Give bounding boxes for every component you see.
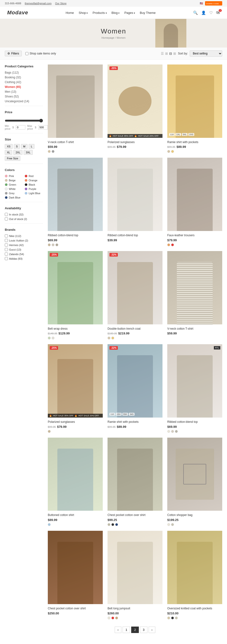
product-card-3[interactable]: 110 1XL 5XL 2XS Ramie shirt with pockets… <box>167 64 222 153</box>
product-title-6: Faux-leather trousers <box>167 234 222 238</box>
product-card-9[interactable]: V-neck cotton T-shirt $59.99 <box>167 251 222 340</box>
color-dark-blue[interactable]: Dark Blue <box>5 196 23 199</box>
topbar-store-link[interactable]: Our Store <box>55 2 67 5</box>
hot-sale-bar-10: 🔥 HOT SALE 35% OFF 🔥 HOT SALE 20% OFF <box>48 414 103 418</box>
next-page-btn[interactable]: › <box>149 626 155 633</box>
avail-out-of-stock[interactable]: Out of stock (2) <box>5 217 43 220</box>
grid4-view-icon[interactable]: ⊞ <box>173 52 176 56</box>
nav-buy-theme[interactable]: Buy Theme <box>140 11 156 14</box>
product-card-12[interactable]: RTL Ribbed cotton-blend top $69.99 <box>167 344 222 432</box>
brand-nike[interactable]: Nike (112) <box>5 234 43 238</box>
nav-pages[interactable]: Pages <box>124 11 135 14</box>
cat-clothing[interactable]: Clothing (42) <box>5 80 43 84</box>
size-s[interactable]: S <box>14 144 20 149</box>
color-white[interactable]: White <box>5 188 23 190</box>
product-card-6[interactable]: Faux-leather trousers $79.99 <box>167 158 222 246</box>
color-light-blue[interactable]: Light Blue <box>24 192 43 195</box>
product-card-16[interactable]: Chest pocket cotton over shirt $250.00 <box>48 531 103 619</box>
cat-shoes[interactable]: Shoes (52) <box>5 95 43 98</box>
categories-title: Product Categories <box>5 64 43 68</box>
product-card-2[interactable]: -35% 🔥 HOT SALE 35% OFF 🔥 HOT SALE 20% O… <box>108 64 162 153</box>
main-content: V-neck cotton T-shirt $59.99 -35% 🔥 HOT … <box>48 64 222 640</box>
sort-label: Sort by: <box>178 52 188 55</box>
page-btn-2[interactable]: 2 <box>131 626 138 633</box>
list-view-icon[interactable]: ☰ <box>161 52 164 56</box>
product-card-15[interactable]: Cotton shopper bag $199.25 <box>167 438 222 526</box>
color-pink[interactable]: Pink <box>5 174 23 178</box>
grid-view-icon[interactable]: ⊞ <box>165 52 168 56</box>
category-list: Bags (112) Booking (32) Clothing (42) Wo… <box>5 71 43 103</box>
color-green[interactable]: Green <box>5 183 23 186</box>
product-card-14[interactable]: Chest pocket cotton over shirt $99.25 <box>108 438 162 526</box>
nav-products[interactable]: Products <box>92 11 106 14</box>
product-card-7[interactable]: -25% Belt wrap dress $148.35$129.99 <box>48 251 103 340</box>
product-image-8: -32% <box>108 251 162 324</box>
size-free[interactable]: Free Size <box>5 156 20 161</box>
color-black[interactable]: Black <box>24 183 43 186</box>
brand-hermes[interactable]: Hermes (42) <box>5 244 43 246</box>
brand-louis-vuitton[interactable]: Louis Vuitton (2) <box>5 239 43 242</box>
cat-uncategorized[interactable]: Uncategorized (14) <box>5 100 43 103</box>
hero-text: Women Homepage / Women <box>101 28 126 39</box>
nav-shop[interactable]: Shop <box>78 11 88 14</box>
product-title-11: Ramie shirt with pockets <box>108 420 162 424</box>
product-card-8[interactable]: -32% Double-button trench coat $189.35$2… <box>108 251 162 340</box>
site-logo[interactable]: Modave <box>7 10 28 16</box>
product-card-13[interactable]: Buttoned cotton shirt $89.99 <box>48 438 103 526</box>
product-card-17[interactable]: Belt long jumpsuit $260.00 <box>108 531 162 619</box>
brand-zalando[interactable]: Zalando (54) <box>5 252 43 256</box>
product-swatches-13 <box>48 523 103 526</box>
cart-icon[interactable]: 🛍 1 <box>216 10 220 15</box>
price-slider[interactable] <box>5 119 43 122</box>
page-btn-1[interactable]: 1 <box>122 626 130 633</box>
color-grid: Pink Red Beige Orange Green Black <box>5 174 43 199</box>
search-icon[interactable]: 🔍 <box>193 10 198 15</box>
prev-page-btn[interactable]: ‹ <box>115 626 122 633</box>
max-price-input[interactable] <box>38 125 48 130</box>
product-card-4[interactable]: Ribbed cotton-blend top $69.99 <box>48 158 103 246</box>
min-price-input[interactable] <box>16 125 25 130</box>
size-xs[interactable]: XS <box>5 144 13 149</box>
color-grey[interactable]: Grey <box>5 192 23 195</box>
size-2xl[interactable]: 2XL <box>14 150 22 155</box>
cat-bags[interactable]: Bags (112) <box>5 71 43 74</box>
color-beige[interactable]: Beige <box>5 179 23 182</box>
grid3-view-icon[interactable]: ⊟ <box>169 52 172 56</box>
cat-booking[interactable]: Booking (32) <box>5 76 43 79</box>
breadcrumb-home[interactable]: Homepage <box>102 36 114 39</box>
sale-items-toggle[interactable]: Shop sale items only <box>25 52 56 55</box>
color-purple[interactable]: Purple <box>24 188 43 190</box>
sale-items-checkbox[interactable] <box>25 52 28 55</box>
account-icon[interactable]: 👤 <box>201 10 206 15</box>
size-l[interactable]: L <box>29 144 34 149</box>
sale-badge-7: -25% <box>50 253 58 256</box>
product-card-18[interactable]: Oversized knitted coat with pockets $210… <box>167 531 222 619</box>
brand-gucci[interactable]: Gucci (13) <box>5 248 43 251</box>
color-red[interactable]: Red <box>24 174 43 178</box>
size-3xl[interactable]: 3XL <box>24 150 33 155</box>
product-card-1[interactable]: V-neck cotton T-shirt $59.99 <box>48 64 103 153</box>
product-card-10[interactable]: -25% 🔥 HOT SALE 35% OFF 🔥 HOT SALE 20% O… <box>48 344 103 432</box>
page-btn-3[interactable]: 3 <box>140 626 148 633</box>
nav-home[interactable]: Home <box>66 11 74 14</box>
product-image-16 <box>48 531 103 604</box>
cat-women[interactable]: Women (65) <box>5 85 43 88</box>
size-buttons: XS S M L XL 2XL 3XL Free Size <box>5 144 43 161</box>
size-m[interactable]: M <box>21 144 28 149</box>
brand-adidas[interactable]: Adidas (93) <box>5 257 43 260</box>
sort-select[interactable]: Best selling Price: Low to High Price: H… <box>190 50 222 56</box>
share-code-logo <box>205 1 222 6</box>
cat-men[interactable]: Men (13) <box>5 90 43 94</box>
product-card-11[interactable]: -32% 110 15H 55H 34S Ramie shirt with po… <box>108 344 162 432</box>
nav-blog[interactable]: Blog <box>112 11 120 14</box>
wishlist-icon[interactable]: ♡ <box>209 10 213 15</box>
filter-button[interactable]: ⚙ Filters <box>5 51 22 56</box>
product-card-5[interactable]: Ribbed cotton-blend top $39.99 <box>108 158 162 246</box>
color-orange[interactable]: Orange <box>24 179 43 182</box>
size-xl[interactable]: XL <box>5 150 12 155</box>
product-image-4 <box>48 158 103 231</box>
breadcrumb: Homepage / Women <box>101 36 126 39</box>
product-title-15: Cotton shopper bag <box>167 513 222 517</box>
topbar-email[interactable]: themesflat@gmail.com <box>25 2 52 5</box>
avail-in-stock[interactable]: In stock (32) <box>5 213 43 216</box>
